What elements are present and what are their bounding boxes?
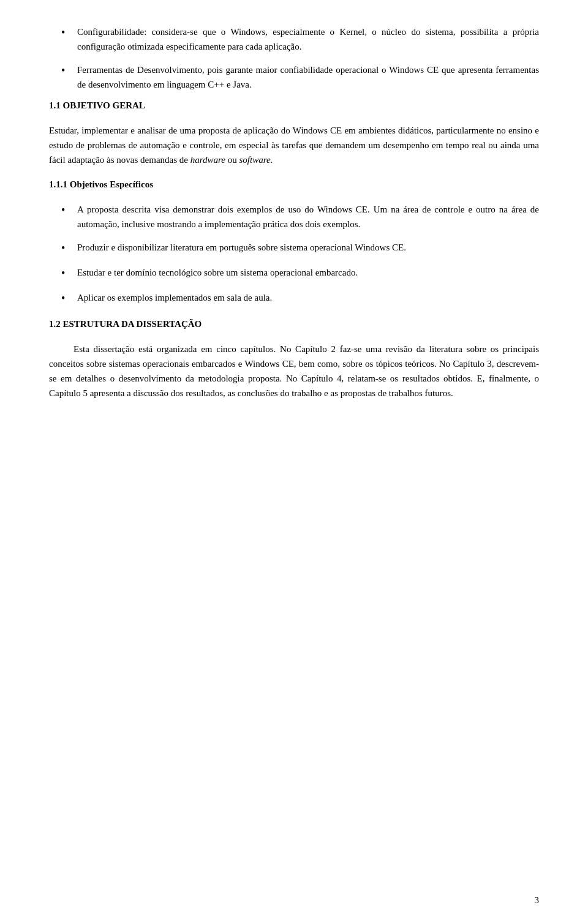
section-12-heading: 1.2 ESTRUTURA DA DISSERTAÇÃO [49, 319, 539, 329]
section-11-end: . [271, 155, 273, 165]
bullet-text-d: Aplicar os exemplos implementados em sal… [77, 290, 539, 305]
bullet-item-b: • Produzir e disponibilizar literatura e… [49, 240, 539, 257]
bullet-dot-1: • [61, 24, 74, 41]
bullet-dot-b: • [61, 240, 74, 257]
section-11-italic2: software [239, 155, 270, 165]
bullet-item-a: • A proposta descrita visa demonstrar do… [49, 202, 539, 231]
section-111-heading: 1.1.1 Objetivos Específicos [49, 179, 539, 190]
bullet-text-2: Ferramentas de Desenvolvimento, pois gar… [77, 62, 539, 92]
bullet-dot-a: • [61, 202, 74, 219]
section-11: 1.1 OBJETIVO GERAL Estudar, implementar … [49, 100, 539, 167]
section-12-paragraph: Esta dissertação está organizada em cinc… [49, 342, 539, 400]
bullet-dot-c: • [61, 265, 74, 282]
bullet-dot-2: • [61, 62, 74, 79]
section-12: 1.2 ESTRUTURA DA DISSERTAÇÃO Esta disser… [49, 319, 539, 400]
section-111: 1.1.1 Objetivos Específicos • A proposta… [49, 179, 539, 307]
bullet-item-d: • Aplicar os exemplos implementados em s… [49, 290, 539, 307]
bullet-item-1: • Configurabilidade: considera-se que o … [49, 24, 539, 54]
bullet-item-c: • Estudar e ter domínio tecnológico sobr… [49, 265, 539, 282]
section-11-heading: 1.1 OBJETIVO GERAL [49, 100, 539, 111]
bullet-dot-d: • [61, 290, 74, 307]
bullet-text-a: A proposta descrita visa demonstrar dois… [77, 202, 539, 231]
bullet-text-1: Configurabilidade: considera-se que o Wi… [77, 24, 539, 54]
bullet-text-c: Estudar e ter domínio tecnológico sobre … [77, 265, 539, 280]
section-11-paragraph: Estudar, implementar e analisar de uma p… [49, 123, 539, 167]
section-11-para-text: Estudar, implementar e analisar de uma p… [49, 126, 539, 165]
section-11-italic1: hardware [190, 155, 225, 165]
bullet-item-2: • Ferramentas de Desenvolvimento, pois g… [49, 62, 539, 92]
page-number: 3 [535, 895, 540, 906]
bullet-text-b: Produzir e disponibilizar literatura em … [77, 240, 539, 255]
page: • Configurabilidade: considera-se que o … [0, 0, 588, 924]
section-11-ou-word: ou [228, 155, 237, 165]
